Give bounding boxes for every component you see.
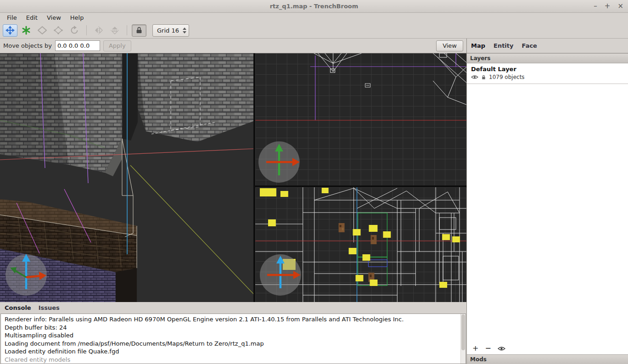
vertex-tool-button[interactable] [51,24,66,37]
trenchbroom-window: rtz_q1.map - TrenchBroom – + × File Edit… [0,0,628,364]
layer-list-empty-area [467,84,628,342]
menu-view[interactable]: View [43,13,65,22]
log-line: Depth buffer bits: 24 [5,324,462,332]
close-icon[interactable]: × [617,3,623,10]
viewport-2d-bottom-canvas [255,187,466,302]
move-objects-input[interactable] [55,40,100,51]
viewport-3d[interactable] [0,53,253,302]
titlebar[interactable]: rtz_q1.map - TrenchBroom – + × [0,0,628,13]
rotate-tool-button[interactable] [67,24,82,37]
move-tool-icon [6,26,15,35]
move-objects-label: Move objects by [3,42,52,49]
create-brush-icon [22,26,31,35]
layer-list: Default Layer 1079 objects [467,63,628,84]
console-tabbar: Console Issues [0,302,466,314]
viewport-2d-top[interactable] [255,53,466,185]
viewport-grid [0,53,466,302]
layer-meta: 1079 objects [471,74,624,80]
move-objects-row: Move objects by Apply View [0,39,466,53]
menu-file[interactable]: File [3,13,21,22]
toolbar-separator [86,25,87,35]
window-title: rtz_q1.map - TrenchBroom [0,3,628,10]
maximize-icon[interactable]: + [605,3,611,10]
view-dropdown-button[interactable]: View [436,40,463,51]
apply-button[interactable]: Apply [103,40,131,51]
tab-entity[interactable]: Entity [493,42,514,49]
log-line: Loaded entity definition file Quake.fgd [5,347,462,356]
layer-toolbar: + − [467,342,628,354]
clip-tool-button[interactable] [35,24,50,37]
editor-column: Move objects by Apply View [0,39,466,364]
console-scrollbar[interactable] [460,314,465,364]
log-line: Multisampling disabled [5,331,462,340]
move-tool-button[interactable] [3,24,17,37]
add-layer-button[interactable]: + [472,345,478,352]
clip-tool-icon [38,26,47,35]
grid-size-spinner [183,28,186,34]
inspector-tabbar: Map Entity Face [467,39,628,53]
flip-vertical-button[interactable] [107,24,122,37]
chevron-up-icon[interactable] [183,28,186,30]
window-controls: – + × [594,0,623,12]
viewport-2d-bottom[interactable] [255,187,466,302]
tab-console[interactable]: Console [5,304,31,311]
axis-gizmo-top[interactable] [258,141,300,183]
toolbar-separator [127,25,127,35]
viewport-2d-column [255,53,466,302]
texture-lock-button[interactable] [132,24,146,37]
viewport-3d-canvas [0,53,253,302]
log-line: Loading document from /media/psf/Home/Do… [5,340,462,348]
viewport-2d-top-canvas [255,53,466,185]
inspector-panel: Map Entity Face Layers Default Layer [466,39,628,364]
toolbar: Grid 16 [0,22,628,39]
grid-size-label: Grid 16 [157,27,179,34]
layers-header: Layers [467,53,628,63]
lock-icon[interactable] [481,74,486,80]
flip-vertical-icon [110,26,119,35]
minimize-icon[interactable]: – [594,3,597,10]
main-area: Move objects by Apply View [0,39,628,364]
console-scrollbar-thumb[interactable] [461,314,465,350]
flip-horizontal-button[interactable] [91,24,106,37]
tab-map[interactable]: Map [471,42,485,49]
grid-size-combo[interactable]: Grid 16 [152,24,189,37]
layer-item-default[interactable]: Default Layer 1079 objects [467,63,628,84]
create-brush-tool-button[interactable] [19,24,34,37]
layer-object-count: 1079 objects [489,74,525,80]
menu-help[interactable]: Help [66,13,88,22]
tab-issues[interactable]: Issues [39,304,60,311]
axis-gizmo-bottom[interactable] [260,254,301,296]
log-line: Cleared entity models [5,356,462,364]
mods-header: Mods [467,354,628,364]
vertex-tool-icon [54,26,63,35]
log-line: Renderer info: Parallels using AMD Radeo… [5,315,462,324]
chevron-down-icon[interactable] [183,31,186,34]
toggle-visibility-eye-icon[interactable] [498,346,505,351]
menubar: File Edit View Help [0,13,628,22]
eye-icon[interactable] [471,75,478,79]
tab-face[interactable]: Face [522,42,537,49]
layer-name: Default Layer [471,66,624,73]
console-panel: Console Issues Renderer info: Parallels … [0,302,466,364]
texture-lock-icon [135,26,143,34]
rotate-tool-icon [70,26,79,35]
remove-layer-button[interactable]: − [485,345,491,352]
console-log[interactable]: Renderer info: Parallels using AMD Radeo… [0,314,466,364]
menu-edit[interactable]: Edit [22,13,42,22]
flip-horizontal-icon [94,26,103,35]
